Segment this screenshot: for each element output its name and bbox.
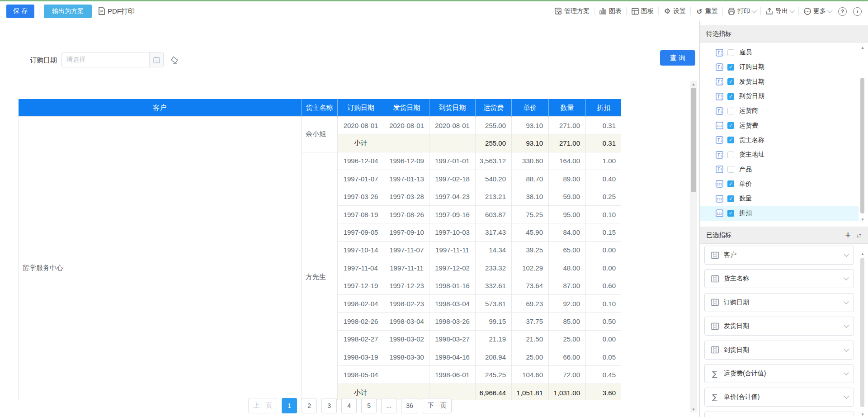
save-button[interactable]: 保 存 [6, 5, 34, 18]
settings-button[interactable]: ⚙设置 [663, 7, 686, 15]
page-button-4[interactable]: 4 [341, 398, 357, 413]
pending-indicator-item[interactable]: 运货商 [700, 104, 858, 118]
chevron-down-icon[interactable] [844, 323, 849, 328]
pdf-print-button[interactable]: P PDF打印 [98, 7, 135, 16]
table-cell: 0.00 [586, 330, 622, 348]
pending-indicator-item[interactable]: 货主地址 [700, 147, 858, 162]
pending-indicator-item[interactable]: 123✓数量 [700, 191, 858, 206]
sum-icon: ∑ [710, 369, 719, 378]
next-page-button[interactable]: 下一页 [423, 398, 452, 413]
panel-button[interactable]: 面板 [631, 7, 654, 15]
order-date-input[interactable]: 请选择 7 [61, 52, 164, 67]
indicator-checkbox[interactable] [727, 152, 734, 158]
scroll-down-arrow-icon[interactable]: ▼ [860, 412, 865, 417]
sort-indicators-icon[interactable]: ↓↑ [856, 232, 861, 239]
selected-indicator-card-partial[interactable] [704, 412, 854, 417]
selected-list-scrollbar[interactable]: ▲ ▼ [860, 251, 865, 417]
table-cell: 92.00 [549, 294, 586, 312]
toolbar-divider [690, 7, 691, 15]
page-button-3[interactable]: 3 [321, 398, 337, 413]
print-button[interactable]: 打印 [727, 7, 756, 15]
table-cell: 603.87 [476, 205, 512, 223]
selected-indicator-card[interactable]: ∑单价(合计值) [704, 388, 854, 407]
pending-indicator-item[interactable]: 123✓单价 [700, 177, 858, 191]
scrollbar-thumb[interactable] [860, 78, 864, 213]
selected-indicator-card[interactable]: 订购日期 [704, 293, 854, 312]
chevron-down-icon[interactable] [844, 275, 849, 280]
export-button[interactable]: 导出 [765, 7, 794, 15]
number-field-icon: 123 [716, 180, 723, 188]
chevron-down-icon[interactable] [844, 370, 849, 375]
indicator-checkbox[interactable]: ✓ [727, 210, 734, 217]
indicator-sidebar: 待选指标 雇员✓订购日期✓发货日期✓到货日期运货商123✓运货费✓货主名称货主地… [699, 21, 868, 417]
table-cell: 1996-12-09 [384, 152, 429, 170]
scroll-up-arrow-icon[interactable]: ▲ [690, 81, 697, 87]
pending-indicator-item[interactable]: ✓货主名称 [700, 133, 858, 147]
selected-indicator-card[interactable]: 到货日期 [704, 341, 854, 360]
chevron-down-icon[interactable] [844, 346, 849, 351]
dimension-icon [710, 275, 719, 283]
scrollbar-thumb[interactable] [691, 88, 696, 192]
table-cell: 1998-04-16 [429, 348, 476, 366]
chevron-down-icon[interactable] [844, 251, 849, 256]
manage-plan-button[interactable]: 管理方案 [554, 7, 590, 15]
selected-indicator-card[interactable]: 发货日期 [704, 317, 854, 336]
pending-indicator-item[interactable]: 产品 [700, 162, 858, 176]
indicator-checkbox[interactable] [727, 166, 734, 173]
chevron-down-icon[interactable] [844, 299, 849, 304]
scroll-down-arrow-icon[interactable]: ▼ [860, 217, 865, 222]
chevron-down-icon[interactable] [844, 394, 849, 399]
table-cell: 21.50 [512, 330, 549, 348]
page-button-36[interactable]: 36 [401, 398, 418, 413]
pending-list-scrollbar[interactable]: ▲ ▼ [860, 45, 865, 222]
selected-indicator-card[interactable]: 货主名称 [704, 269, 854, 288]
selected-indicator-card[interactable]: 客户 [704, 246, 854, 265]
indicator-checkbox[interactable]: ✓ [727, 64, 734, 71]
pending-indicator-item[interactable]: 123✓运货费 [700, 118, 858, 133]
svg-text:123: 123 [717, 197, 722, 200]
help-icon[interactable]: ? [838, 7, 847, 16]
indicator-checkbox[interactable]: ✓ [727, 78, 734, 85]
pending-indicator-item[interactable]: 雇员 [700, 45, 858, 60]
clear-filter-icon[interactable] [169, 55, 180, 67]
indicator-checkbox[interactable]: ✓ [727, 195, 734, 202]
page-button-1[interactable]: 1 [282, 398, 297, 413]
page-button-5[interactable]: 5 [361, 398, 377, 413]
selected-indicator-card[interactable]: ∑运货费(合计值) [704, 364, 854, 383]
indicator-checkbox[interactable]: ✓ [727, 122, 734, 129]
sum-icon: ∑ [710, 393, 719, 402]
scroll-up-arrow-icon[interactable]: ▲ [860, 45, 865, 50]
indicator-checkbox[interactable] [727, 108, 734, 114]
pending-indicator-item[interactable]: ✓到货日期 [700, 89, 858, 104]
table-row[interactable]: 留学服务中心余小姐2020-08-012020-08-012020-08-012… [19, 117, 622, 134]
page-button-2[interactable]: 2 [302, 398, 317, 413]
indicator-checkbox[interactable]: ✓ [727, 137, 734, 143]
svg-text:123: 123 [717, 124, 722, 128]
page-ellipsis[interactable]: ... [381, 398, 396, 413]
reset-button[interactable]: ↺重置 [695, 7, 718, 15]
pending-indicator-item[interactable]: 123✓折扣 [700, 206, 859, 220]
pending-indicator-item[interactable]: ✓发货日期 [700, 75, 858, 89]
scrollbar-thumb[interactable] [860, 258, 864, 407]
info-icon[interactable]: i [853, 7, 862, 16]
table-cell: 1997-12-02 [429, 259, 476, 277]
table-cell: 1998-03-19 [338, 348, 384, 366]
toolbar-item-label: 设置 [673, 7, 686, 15]
prev-page-button[interactable]: 上一页 [248, 398, 277, 413]
add-indicator-icon[interactable]: + [845, 230, 851, 240]
indicator-checkbox[interactable] [727, 49, 734, 56]
scroll-up-arrow-icon[interactable]: ▲ [860, 251, 865, 256]
table-cell: 1997-12-19 [338, 277, 384, 294]
table-cell: 65.00 [549, 241, 586, 259]
table-cell [384, 366, 429, 384]
indicator-checkbox[interactable]: ✓ [727, 180, 734, 187]
output-plan-button[interactable]: 输出为方案 [44, 5, 92, 18]
query-button[interactable]: 查 询 [660, 50, 695, 66]
chart-button[interactable]: 图表 [599, 7, 622, 15]
content-vertical-scrollbar[interactable]: ▲ ▼ [690, 81, 697, 412]
more-button[interactable]: 更多 [803, 7, 832, 15]
selected-indicators-title: 已选指标 [706, 231, 731, 239]
indicator-checkbox[interactable]: ✓ [727, 93, 734, 100]
pending-indicator-item[interactable]: ✓订购日期 [700, 60, 858, 74]
calendar-icon[interactable]: 7 [149, 52, 163, 67]
